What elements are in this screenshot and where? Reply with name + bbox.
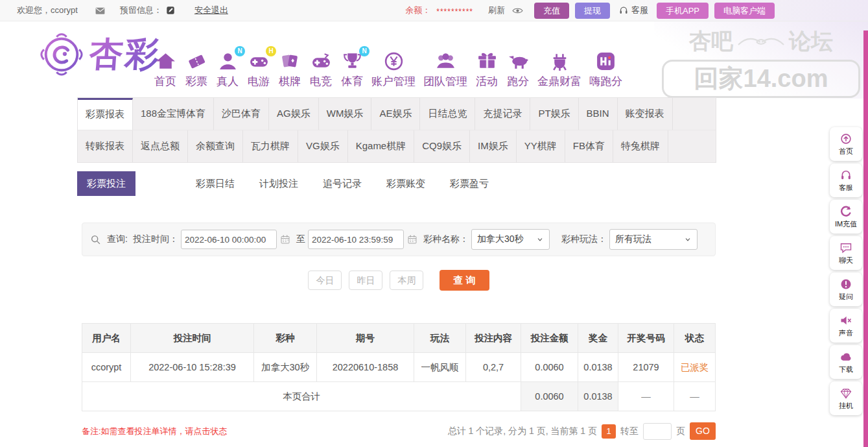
status-link[interactable]: 已派奖 bbox=[681, 362, 709, 372]
subtab[interactable]: 彩票盈亏 bbox=[450, 171, 489, 196]
side-widget-home[interactable]: 首页 bbox=[830, 127, 862, 161]
main-tab[interactable]: FB体育 bbox=[565, 130, 613, 162]
main-tab[interactable]: IM娱乐 bbox=[470, 130, 517, 162]
watermark-domain: 回家14.com bbox=[662, 60, 860, 98]
side-widget-afk[interactable]: 挂机 bbox=[830, 381, 862, 415]
brand-logo[interactable]: 杏彩 bbox=[39, 32, 161, 77]
main-tab[interactable]: WM娱乐 bbox=[319, 98, 372, 130]
main-tab[interactable]: 日结总览 bbox=[420, 98, 475, 130]
quick-buttons-row: 今日 昨日 本周 查 询 bbox=[82, 270, 716, 291]
today-button[interactable]: 今日 bbox=[308, 271, 342, 290]
coin-icon bbox=[383, 51, 405, 72]
main-tab[interactable]: CQ9娱乐 bbox=[414, 130, 470, 162]
col-header: 投注金额 bbox=[521, 324, 578, 353]
col-header: 彩种 bbox=[254, 324, 317, 353]
edit-icon[interactable] bbox=[166, 6, 175, 15]
cell-play: 一帆风顺 bbox=[414, 353, 466, 382]
nav-item-egames[interactable]: H 电游 bbox=[247, 50, 270, 89]
badge-h: H bbox=[266, 46, 276, 56]
subtab[interactable]: 计划投注 bbox=[259, 171, 298, 196]
go-button[interactable]: GO bbox=[690, 422, 716, 440]
hi-app-icon bbox=[595, 51, 616, 72]
side-widget-download[interactable]: 下载 bbox=[830, 345, 862, 379]
main-tab[interactable]: YY棋牌 bbox=[517, 130, 565, 162]
nav-item-team[interactable]: 团队管理 bbox=[423, 50, 467, 89]
nav-item-sports[interactable]: N 体育 bbox=[340, 50, 364, 89]
play-type-select[interactable]: 所有玩法 bbox=[609, 229, 698, 250]
nav-item-live[interactable]: N 真人 bbox=[216, 50, 239, 89]
main-tab[interactable]: 特兔棋牌 bbox=[613, 130, 668, 162]
logout-link[interactable]: 安全退出 bbox=[194, 5, 228, 16]
current-page-button[interactable]: 1 bbox=[602, 424, 616, 439]
main-tab[interactable]: 瓦力棋牌 bbox=[243, 130, 298, 162]
main-tab[interactable]: BBIN bbox=[579, 98, 618, 130]
main-tab[interactable]: 充提记录 bbox=[475, 98, 530, 130]
chevron-down-icon bbox=[684, 236, 692, 243]
nav-item-lottery[interactable]: 彩票 bbox=[185, 50, 208, 89]
page-jump-input[interactable] bbox=[643, 423, 672, 440]
main-tab[interactable]: AE娱乐 bbox=[371, 98, 420, 130]
side-widget-sound[interactable]: 声音 bbox=[830, 309, 862, 343]
main-tab[interactable]: PT娱乐 bbox=[530, 98, 578, 130]
side-widget-question[interactable]: 疑问 bbox=[830, 272, 862, 306]
nav-item-home[interactable]: 首页 bbox=[154, 50, 177, 89]
yesterday-button[interactable]: 昨日 bbox=[349, 271, 382, 290]
main-tab[interactable]: AG娱乐 bbox=[269, 98, 319, 130]
mute-speaker-icon bbox=[839, 314, 852, 327]
watermark: 杏吧 论坛 回家14.com bbox=[662, 27, 860, 98]
home-icon bbox=[155, 51, 176, 72]
main-tab[interactable]: 账变报表 bbox=[618, 98, 673, 130]
cell-username: ccorypt bbox=[82, 353, 131, 382]
side-widget-chat[interactable]: 聊天 bbox=[830, 236, 862, 270]
top-bar: 欢迎您，ccorypt 预留信息： 安全退出 余额： ********** 刷新… bbox=[0, 0, 868, 21]
tabrow-1: 彩票报表 188金宝博体育 沙巴体育 AG娱乐 WM娱乐 AE娱乐 日结总览 充… bbox=[78, 98, 716, 130]
table-header-row: 用户名 投注时间 彩种 期号 玩法 投注内容 投注金额 奖金 开奖号码 状态 bbox=[82, 324, 716, 353]
main-tab[interactable]: VG娱乐 bbox=[298, 130, 348, 162]
nav-item-esports[interactable]: 电竞 bbox=[309, 50, 333, 89]
calendar-icon[interactable] bbox=[407, 234, 417, 245]
cards-icon bbox=[279, 51, 301, 72]
main-tab[interactable]: 转账报表 bbox=[78, 130, 133, 162]
date-to-input[interactable] bbox=[308, 230, 404, 249]
welcome-text: 欢迎您，ccorypt bbox=[17, 5, 78, 16]
subtab-active[interactable]: 彩票投注 bbox=[77, 171, 135, 196]
main-tab[interactable]: 188金宝博体育 bbox=[133, 98, 214, 130]
withdraw-button[interactable]: 提现 bbox=[575, 3, 610, 19]
cell-issue: 20220610-1858 bbox=[317, 353, 414, 382]
week-button[interactable]: 本周 bbox=[390, 271, 423, 290]
side-widget-im-recharge[interactable]: IM充值 bbox=[830, 200, 862, 234]
mail-icon[interactable] bbox=[95, 5, 106, 16]
col-header: 玩法 bbox=[414, 324, 466, 353]
pc-client-button[interactable]: 电脑客户端 bbox=[714, 3, 775, 19]
mobile-app-button[interactable]: 手机APP bbox=[657, 3, 709, 19]
main-tab[interactable]: Kgame棋牌 bbox=[348, 130, 415, 162]
side-widget-service[interactable]: 客服 bbox=[830, 163, 862, 197]
ticket-icon bbox=[186, 51, 207, 72]
tabrow-filler bbox=[673, 98, 716, 130]
watermark-left: 杏吧 bbox=[689, 27, 733, 56]
date-from-input[interactable] bbox=[181, 230, 277, 249]
eye-icon[interactable] bbox=[512, 5, 523, 16]
nav-item-jinding[interactable]: 金鼎财富 bbox=[537, 50, 581, 89]
main-tab[interactable]: 沙巴体育 bbox=[214, 98, 269, 130]
nav-item-account[interactable]: 账户管理 bbox=[371, 50, 416, 89]
refresh-link[interactable]: 刷新 bbox=[488, 5, 505, 16]
nav-item-chess[interactable]: 棋牌 bbox=[278, 50, 301, 89]
calendar-icon[interactable] bbox=[280, 234, 290, 245]
subtab[interactable]: 彩票账变 bbox=[386, 171, 425, 196]
subtab[interactable]: 追号记录 bbox=[323, 171, 362, 196]
query-button[interactable]: 查 询 bbox=[440, 270, 489, 291]
main-tab-active[interactable]: 彩票报表 bbox=[78, 98, 133, 130]
customer-service-link[interactable]: 客服 bbox=[618, 5, 648, 16]
report-tabstrip: 彩票报表 188金宝博体育 沙巴体育 AG娱乐 WM娱乐 AE娱乐 日结总览 充… bbox=[77, 97, 716, 163]
recharge-button[interactable]: 充值 bbox=[534, 3, 569, 19]
subtab[interactable]: 彩票日结 bbox=[196, 171, 235, 196]
badge-n: N bbox=[359, 46, 369, 56]
nav-item-activity[interactable]: 活动 bbox=[475, 50, 499, 89]
lottery-name-select[interactable]: 加拿大30秒 bbox=[471, 229, 550, 250]
watermark-right: 论坛 bbox=[789, 27, 833, 56]
nav-item-paofen[interactable]: 跑分 bbox=[506, 50, 530, 89]
main-tab[interactable]: 余额查询 bbox=[188, 130, 243, 162]
nav-item-hipaofen[interactable]: 嗨跑分 bbox=[589, 50, 622, 89]
main-tab[interactable]: 返点总额 bbox=[133, 130, 188, 162]
